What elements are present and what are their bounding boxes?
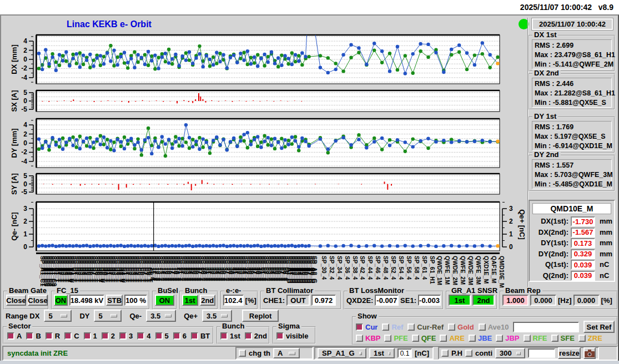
- checkbox-icon[interactable]: [64, 332, 72, 340]
- range-dy-select[interactable]: 5: [94, 310, 122, 322]
- fc15-stb-button[interactable]: STB: [106, 295, 123, 306]
- sector-a[interactable]: A: [7, 332, 22, 340]
- show-sfe[interactable]: SFE: [551, 334, 575, 342]
- checkbox-icon[interactable]: [191, 332, 198, 340]
- threshold-entry[interactable]: 0.1: [397, 348, 412, 358]
- sector-bt[interactable]: BT: [191, 332, 210, 340]
- checkbox-icon[interactable]: [440, 335, 447, 342]
- checkbox-icon[interactable]: [46, 332, 53, 340]
- show-are[interactable]: ARE: [440, 334, 464, 342]
- group-label: GR_A1 SNSR: [450, 287, 499, 295]
- checkbox-icon[interactable]: [412, 335, 419, 342]
- checkbox-icon[interactable]: [496, 335, 503, 342]
- range-qep-select[interactable]: 3.5: [202, 310, 232, 322]
- group-content: 102.4[%]: [223, 295, 255, 306]
- sector-2[interactable]: 2: [102, 332, 115, 340]
- checkbox-icon[interactable]: [276, 332, 284, 340]
- conti-checkbox[interactable]: [465, 350, 472, 357]
- show-kbp[interactable]: KBP: [356, 334, 380, 342]
- count-select[interactable]: 300: [495, 348, 525, 358]
- monitor-select[interactable]: SP_A1_G: [318, 348, 366, 358]
- sector-5[interactable]: 5: [155, 332, 169, 340]
- stats-box-title: DY 1st: [532, 113, 558, 120]
- show-cur-ref[interactable]: Cur-Ref: [407, 323, 444, 331]
- svg-text:4: 4: [23, 37, 27, 45]
- stats-line: Max : 5.197@QX5E_S: [535, 132, 611, 141]
- checkbox-icon[interactable]: [448, 323, 455, 331]
- checkbox-icon[interactable]: [155, 332, 163, 340]
- checkbox-icon[interactable]: [407, 323, 415, 331]
- group-content: ON 18.498 kV STB 100 %: [54, 295, 147, 306]
- bunch-2nd-button[interactable]: 2nd: [200, 295, 216, 306]
- bunch-1st-button[interactable]: 1st: [182, 295, 198, 306]
- checkbox-icon[interactable]: [119, 332, 127, 340]
- bunch-2nd[interactable]: 2nd: [245, 332, 267, 340]
- beam-gate-close-button[interactable]: Close: [28, 295, 48, 306]
- ref-entry[interactable]: [513, 322, 579, 332]
- checkbox-icon[interactable]: [220, 332, 228, 340]
- checkbox-icon[interactable]: [7, 332, 14, 340]
- beamrep-pct-unit: [%]: [601, 296, 612, 305]
- group-content: 1.000 0.000 [Hz] 0.000 [%]: [502, 295, 615, 306]
- main-window: Linac KEKB e- Orbit 2025/11/07 10:00:42 …: [0, 14, 619, 361]
- show-zre[interactable]: ZRE: [578, 334, 602, 342]
- svg-text:-5: -5: [21, 188, 27, 196]
- show-pfe[interactable]: PFE: [384, 334, 407, 342]
- sector-1[interactable]: 1: [84, 332, 97, 340]
- resize-button[interactable]: resize: [558, 347, 581, 359]
- sector-6[interactable]: 6: [173, 332, 187, 340]
- checkbox-icon[interactable]: [382, 323, 389, 331]
- show-rfe[interactable]: RFE: [524, 334, 547, 342]
- checkbox-icon[interactable]: [84, 332, 91, 340]
- th-select[interactable]: A: [273, 348, 300, 358]
- sector-b[interactable]: B: [26, 332, 41, 340]
- checkbox-icon[interactable]: [245, 332, 252, 340]
- checkbox-icon[interactable]: [578, 335, 586, 342]
- group-label: Beam Rep: [504, 287, 542, 295]
- show-jbp[interactable]: JBP: [496, 334, 519, 342]
- monitor-select-panel: SP_A1_G 1st 0.1 [nC]: [314, 347, 434, 360]
- checkbox-icon[interactable]: [137, 332, 144, 340]
- checkbox-icon[interactable]: [479, 323, 486, 331]
- show-ave10[interactable]: Ave10: [479, 323, 509, 331]
- stats-line: Min : -5.485@QXD1E_M: [535, 180, 611, 189]
- checkbox-icon[interactable]: [384, 335, 391, 342]
- fc15-on-button[interactable]: ON: [54, 295, 68, 306]
- replot-button[interactable]: Replot: [242, 310, 279, 322]
- ph-checkbox[interactable]: [441, 350, 449, 357]
- datetime-display: 2025/11/07 10:00:42: [532, 18, 613, 30]
- chg-th-checkbox[interactable]: [239, 350, 246, 357]
- show-qfe[interactable]: QFE: [412, 334, 436, 342]
- show-cur[interactable]: Cur: [356, 323, 378, 331]
- sector-4[interactable]: 4: [137, 332, 150, 340]
- checkbox-icon[interactable]: [102, 332, 109, 340]
- bunch-1st[interactable]: 1st: [220, 332, 240, 340]
- beamrep-hz-unit: [Hz]: [558, 296, 572, 305]
- show-ref[interactable]: Ref: [382, 323, 403, 331]
- checkbox-icon[interactable]: [469, 335, 476, 342]
- sector-c[interactable]: C: [64, 332, 79, 340]
- checkbox-icon[interactable]: [524, 335, 531, 342]
- set-ref-button[interactable]: Set Ref: [583, 321, 615, 333]
- show-gold[interactable]: Gold: [448, 323, 474, 331]
- checkbox-icon[interactable]: [26, 332, 33, 340]
- camera-button[interactable]: [583, 347, 596, 359]
- sigma-visible[interactable]: visible: [276, 332, 308, 340]
- bunch-select-dd[interactable]: 1st: [369, 348, 395, 358]
- gr-1st-display: 1st: [449, 295, 471, 306]
- beamrep-value1: 1.000: [502, 295, 529, 306]
- range-dx-select[interactable]: 5: [44, 310, 72, 322]
- range-qem-select[interactable]: 3.5: [146, 310, 176, 322]
- sector-r[interactable]: R: [46, 332, 60, 340]
- checkbox-icon[interactable]: [356, 335, 363, 342]
- sector-3[interactable]: 3: [119, 332, 133, 340]
- checkbox-icon[interactable]: [356, 323, 363, 331]
- busel-on-button[interactable]: ON: [155, 295, 174, 306]
- checkbox-icon[interactable]: [551, 335, 558, 342]
- show-jbe[interactable]: JBE: [469, 334, 492, 342]
- ee-value: 102.4: [223, 295, 244, 306]
- svg-text:0: 0: [23, 97, 27, 105]
- beam-gate-close-button[interactable]: Close: [6, 295, 26, 306]
- blank-entry[interactable]: [528, 348, 555, 358]
- checkbox-icon[interactable]: [173, 332, 180, 340]
